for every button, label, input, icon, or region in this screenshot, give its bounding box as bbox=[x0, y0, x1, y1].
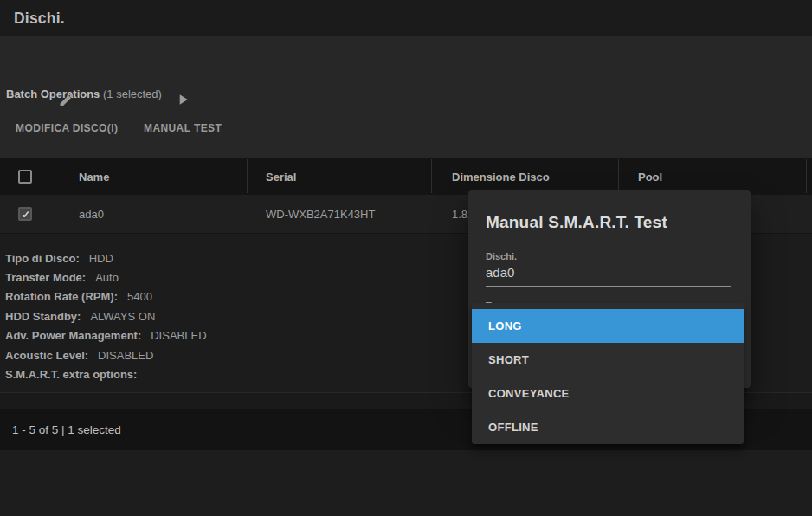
cell-serial: WD-WXB2A71K43HT bbox=[266, 208, 375, 221]
detail-label: HDD Standby: bbox=[5, 310, 81, 323]
detail-value: Auto bbox=[95, 271, 119, 284]
column-divider bbox=[431, 159, 432, 193]
detail-label: S.M.A.R.T. extra options: bbox=[5, 368, 137, 381]
dropdown-option-short[interactable]: SHORT bbox=[472, 343, 744, 377]
type-select-dropdown: LONG SHORT CONVEYANCE OFFLINE bbox=[472, 303, 744, 444]
detail-label: Acoustic Level: bbox=[5, 349, 88, 362]
disks-field-label: Dischi. bbox=[486, 251, 517, 261]
column-divider bbox=[247, 159, 248, 193]
column-header-serial[interactable]: Serial bbox=[266, 170, 296, 183]
column-divider bbox=[806, 159, 807, 193]
play-icon bbox=[174, 91, 191, 108]
detail-value: HDD bbox=[89, 252, 113, 265]
column-header-size[interactable]: Dimensione Disco bbox=[452, 170, 550, 183]
detail-label: Rotation Rate (RPM): bbox=[5, 290, 118, 303]
dropdown-option-offline[interactable]: OFFLINE bbox=[472, 410, 744, 444]
detail-value: ALWAYS ON bbox=[90, 310, 155, 323]
page-title: Dischi. bbox=[14, 10, 65, 28]
page-header: Dischi. bbox=[0, 0, 812, 36]
pencil-icon bbox=[58, 91, 75, 108]
disks-page: Dischi. Batch Operations (1 selected) MO… bbox=[0, 0, 812, 516]
column-header-name[interactable]: Name bbox=[79, 170, 109, 183]
detail-value: 5400 bbox=[127, 290, 152, 303]
dropdown-option-long[interactable]: LONG bbox=[472, 309, 744, 343]
column-header-pool[interactable]: Pool bbox=[638, 170, 662, 183]
disks-field-value[interactable]: ada0 bbox=[486, 265, 514, 280]
disks-field-underline bbox=[486, 286, 731, 287]
detail-label: Transfer Mode: bbox=[5, 271, 86, 284]
table-header: Name Serial Dimensione Disco Pool bbox=[0, 158, 812, 195]
paginator-text: 1 - 5 of 5 | 1 selected bbox=[12, 423, 121, 436]
detail-label: Adv. Power Management: bbox=[5, 329, 141, 342]
dropdown-option-conveyance[interactable]: CONVEYANCE bbox=[472, 377, 744, 410]
column-divider bbox=[618, 159, 619, 193]
detail-value: DISABLED bbox=[98, 349, 153, 362]
cell-name: ada0 bbox=[79, 208, 104, 221]
manual-test-button[interactable]: MANUAL TEST bbox=[144, 91, 222, 134]
dialog-title: Manual S.M.A.R.T. Test bbox=[486, 213, 667, 232]
manual-test-button-label: MANUAL TEST bbox=[144, 122, 222, 134]
select-all-checkbox[interactable] bbox=[18, 170, 32, 184]
detail-label: Tipo di Disco: bbox=[5, 252, 80, 265]
detail-value: DISABLED bbox=[151, 329, 206, 342]
batch-operations-section: Batch Operations (1 selected) MODIFICA D… bbox=[0, 36, 812, 158]
edit-disks-button[interactable]: MODIFICA DISCO(I) bbox=[16, 91, 118, 134]
page-background bbox=[0, 450, 812, 516]
edit-disks-button-label: MODIFICA DISCO(I) bbox=[16, 122, 118, 134]
row-checkbox[interactable] bbox=[18, 207, 32, 221]
